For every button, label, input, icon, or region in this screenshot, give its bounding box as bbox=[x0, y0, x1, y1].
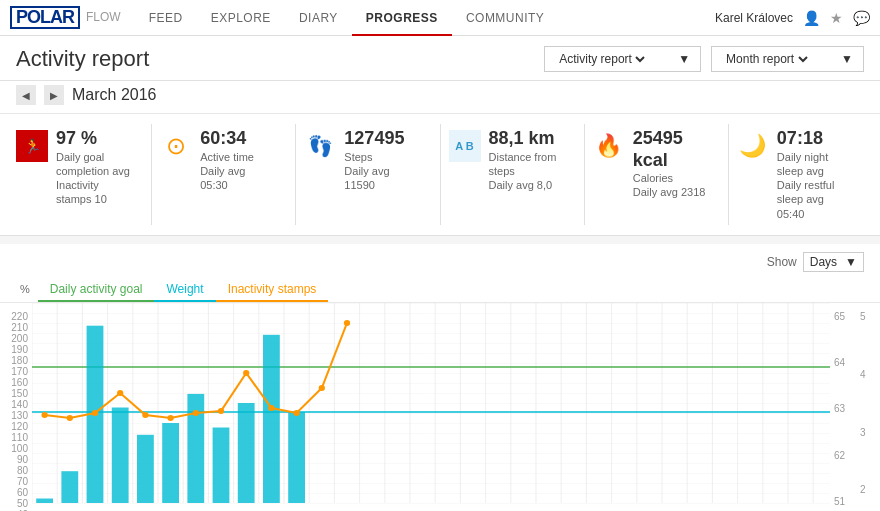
tab-daily-activity-goal[interactable]: Daily activity goal bbox=[38, 276, 155, 302]
kg-label-64: 64 bbox=[834, 357, 858, 368]
nav-diary[interactable]: DIARY bbox=[285, 0, 352, 36]
sleep-icon: 🌙 bbox=[737, 130, 769, 162]
chart-tabs: % Daily activity goal Weight Inactivity … bbox=[0, 276, 880, 303]
date-label: March 2016 bbox=[72, 86, 157, 104]
stat-goal-value: 97 % bbox=[56, 128, 131, 150]
nav-items: FEED EXPLORE DIARY PROGRESS COMMUNITY bbox=[135, 0, 715, 36]
svg-point-49 bbox=[92, 410, 98, 416]
stat-steps-value: 127495 bbox=[344, 128, 419, 150]
stat-active-time-info: 60:34 Active time Daily avg 05:30 bbox=[200, 128, 275, 192]
y-axis-left: 220 210 200 190 180 170 160 150 140 130 … bbox=[0, 303, 32, 511]
nav-progress[interactable]: PROGRESS bbox=[352, 0, 452, 36]
stat-active-time-value: 60:34 bbox=[200, 128, 275, 150]
chart-header: Show Days ▼ bbox=[0, 244, 880, 276]
svg-point-50 bbox=[117, 390, 123, 396]
hash-label-5: 5 bbox=[860, 311, 880, 322]
y-axis-right-hash: 5 4 3 2 1 bbox=[858, 303, 880, 511]
tab-weight[interactable]: Weight bbox=[154, 276, 215, 302]
logo: POLAR FLOW bbox=[10, 6, 121, 30]
stat-goal-completion: 🏃 97 % Daily goal completion avg Inactiv… bbox=[16, 124, 143, 225]
chart-svg: 1 2 3 4 5 6 7 8 9 10 11 12 13 19 20 21 2… bbox=[32, 303, 830, 511]
svg-point-56 bbox=[268, 405, 274, 411]
stat-distance-info: 88,1 km Distance from steps Daily avg 8,… bbox=[489, 128, 564, 192]
stat-active-time-sublabel: Daily avg 05:30 bbox=[200, 164, 275, 193]
stat-sleep-value: 07:18 bbox=[777, 128, 852, 150]
stat-sleep: 🌙 07:18 Daily night sleep avg Daily rest… bbox=[737, 124, 864, 225]
stat-sleep-sublabel: Daily restful sleep avg 05:40 bbox=[777, 178, 852, 221]
show-dropdown[interactable]: Days ▼ bbox=[803, 252, 864, 272]
next-month-button[interactable]: ▶ bbox=[44, 85, 64, 105]
stat-calories-info: 25495 kcal Calories Daily avg 2318 bbox=[633, 128, 708, 200]
stat-sleep-info: 07:18 Daily night sleep avg Daily restfu… bbox=[777, 128, 852, 221]
page-title: Activity report bbox=[16, 46, 544, 72]
svg-point-53 bbox=[193, 410, 199, 416]
steps-icon: 👣 bbox=[304, 130, 336, 162]
date-navigation: ◀ ▶ March 2016 bbox=[0, 81, 880, 114]
stat-calories-sublabel: Daily avg 2318 bbox=[633, 185, 708, 199]
stat-distance-label: Distance from steps bbox=[489, 150, 564, 179]
svg-point-47 bbox=[41, 412, 47, 418]
svg-rect-37 bbox=[61, 471, 78, 503]
svg-point-58 bbox=[319, 385, 325, 391]
stat-active-time: ⊙ 60:34 Active time Daily avg 05:30 bbox=[160, 124, 287, 225]
stat-steps-sublabel: Daily avg 11590 bbox=[344, 164, 419, 193]
stats-row: 🏃 97 % Daily goal completion avg Inactiv… bbox=[0, 114, 880, 236]
month-report-dropdown[interactable]: Month report ▼ bbox=[711, 46, 864, 72]
stat-goal-label: Daily goal completion avg bbox=[56, 150, 131, 179]
svg-rect-39 bbox=[112, 408, 129, 504]
chart-area: 220 210 200 190 180 170 160 150 140 130 … bbox=[0, 303, 880, 511]
stat-calories-label: Calories bbox=[633, 171, 708, 185]
stat-steps-info: 127495 Steps Daily avg 11590 bbox=[344, 128, 419, 192]
show-value: Days bbox=[810, 255, 837, 269]
stat-sleep-label: Daily night sleep avg bbox=[777, 150, 852, 179]
svg-rect-45 bbox=[263, 335, 280, 503]
kg-label-51: 51 bbox=[834, 496, 858, 507]
stat-distance-sublabel: Daily avg 8,0 bbox=[489, 178, 564, 192]
stat-active-time-label: Active time bbox=[200, 150, 275, 164]
svg-rect-43 bbox=[213, 428, 230, 504]
top-navigation: POLAR FLOW FEED EXPLORE DIARY PROGRESS C… bbox=[0, 0, 880, 36]
stat-calories: 🔥 25495 kcal Calories Daily avg 2318 bbox=[593, 124, 720, 225]
user-name: Karel Královec bbox=[715, 11, 793, 25]
stat-calories-value: 25495 kcal bbox=[633, 128, 708, 171]
chart-section: Show Days ▼ % Daily activity goal Weight… bbox=[0, 244, 880, 511]
show-dropdown-arrow-icon: ▼ bbox=[845, 255, 857, 269]
svg-point-48 bbox=[67, 415, 73, 421]
user-avatar-icon[interactable]: 👤 bbox=[803, 10, 820, 26]
svg-rect-36 bbox=[36, 499, 53, 504]
stat-goal-info: 97 % Daily goal completion avg Inactivit… bbox=[56, 128, 131, 207]
dropdown-group: Activity report ▼ Month report ▼ bbox=[544, 46, 864, 72]
svg-point-54 bbox=[218, 408, 224, 414]
hash-label-3: 3 bbox=[860, 427, 880, 438]
nav-feed[interactable]: FEED bbox=[135, 0, 197, 36]
polar-logo: POLAR bbox=[10, 6, 80, 30]
tab-inactivity-stamps[interactable]: Inactivity stamps bbox=[216, 276, 329, 302]
active-time-icon: ⊙ bbox=[160, 130, 192, 162]
flow-label: FLOW bbox=[86, 10, 121, 24]
prev-month-button[interactable]: ◀ bbox=[16, 85, 36, 105]
stat-steps: 👣 127495 Steps Daily avg 11590 bbox=[304, 124, 431, 225]
nav-community[interactable]: COMMUNITY bbox=[452, 0, 559, 36]
goal-icon: 🏃 bbox=[16, 130, 48, 162]
chart-main: 1 2 3 4 5 6 7 8 9 10 11 12 13 19 20 21 2… bbox=[32, 303, 830, 511]
svg-point-59 bbox=[344, 320, 350, 326]
nav-explore[interactable]: EXPLORE bbox=[197, 0, 285, 36]
svg-rect-40 bbox=[137, 435, 154, 503]
svg-point-52 bbox=[167, 415, 173, 421]
calories-icon: 🔥 bbox=[593, 130, 625, 162]
hash-label-4: 4 bbox=[860, 369, 880, 380]
y-axis-right-kg: 65 64 63 62 51 60 bbox=[830, 303, 858, 511]
month-report-select[interactable]: Month report bbox=[722, 51, 811, 67]
message-icon[interactable]: 💬 bbox=[853, 10, 870, 26]
stat-goal-sublabel: Inactivity stamps 10 bbox=[56, 178, 131, 207]
stat-steps-label: Steps bbox=[344, 150, 419, 164]
activity-report-select[interactable]: Activity report bbox=[555, 51, 648, 67]
percent-label: % bbox=[16, 283, 34, 295]
kg-label-65: 65 bbox=[834, 311, 858, 322]
svg-point-51 bbox=[142, 412, 148, 418]
activity-report-dropdown[interactable]: Activity report ▼ bbox=[544, 46, 701, 72]
stat-distance-value: 88,1 km bbox=[489, 128, 564, 150]
star-icon[interactable]: ★ bbox=[830, 10, 843, 26]
svg-point-55 bbox=[243, 370, 249, 376]
distance-icon: A B bbox=[449, 130, 481, 162]
